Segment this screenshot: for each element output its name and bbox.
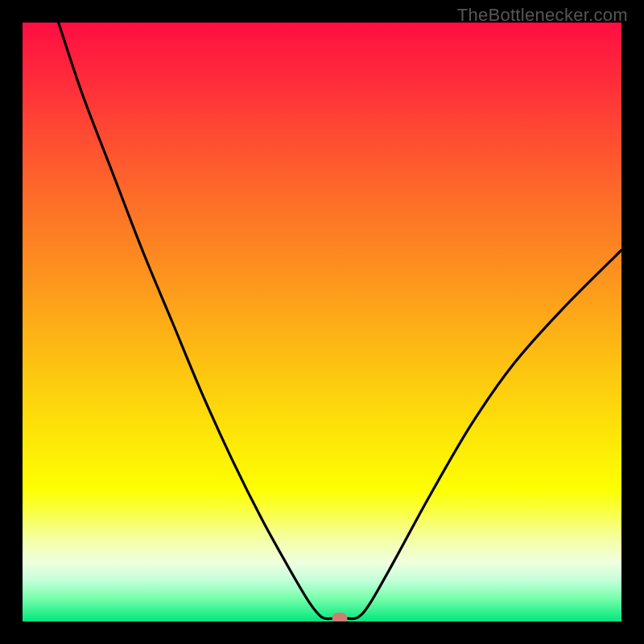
chart-frame: TheBottlenecker.com — [0, 0, 644, 644]
plot-area — [23, 23, 621, 621]
chart-svg — [23, 23, 621, 621]
watermark-label: TheBottlenecker.com — [457, 5, 628, 26]
chart-background — [23, 23, 621, 621]
optimal-point-marker — [332, 613, 348, 621]
